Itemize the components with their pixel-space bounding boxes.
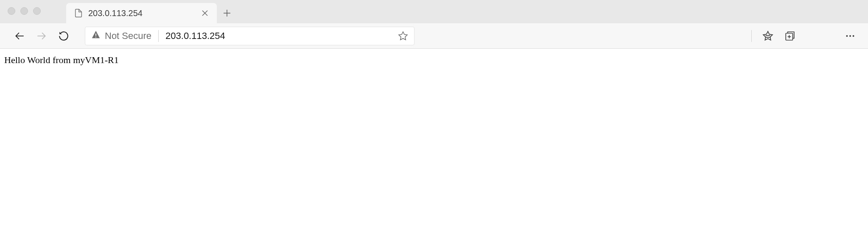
svg-point-15 [846, 35, 848, 37]
close-tab-button[interactable] [199, 7, 211, 19]
window-maximize-button[interactable] [33, 7, 41, 15]
svg-marker-8 [399, 32, 407, 40]
refresh-button[interactable] [54, 27, 73, 45]
favorite-button[interactable] [396, 29, 410, 43]
security-indicator[interactable]: Not Secure [91, 30, 159, 42]
page-content: Hello World from myVM1-R1 [0, 49, 868, 72]
svg-rect-7 [95, 36, 96, 37]
window-close-button[interactable] [8, 7, 15, 15]
navigation-toolbar: Not Secure 203.0.113.254 [0, 23, 868, 49]
new-tab-button[interactable] [217, 3, 237, 23]
address-bar[interactable]: Not Secure 203.0.113.254 [85, 27, 414, 45]
page-icon [74, 8, 83, 18]
page-body-text: Hello World from myVM1-R1 [4, 55, 119, 65]
window-controls [8, 7, 41, 15]
forward-button[interactable] [32, 27, 51, 45]
browser-tab[interactable]: 203.0.113.254 [66, 3, 217, 23]
url-text: 203.0.113.254 [165, 30, 396, 41]
window-minimize-button[interactable] [20, 7, 28, 15]
svg-point-17 [853, 35, 854, 37]
tab-title: 203.0.113.254 [88, 8, 194, 18]
tab-strip: 203.0.113.254 [0, 0, 868, 23]
svg-rect-6 [95, 33, 96, 36]
favorites-button[interactable] [759, 27, 777, 45]
back-button[interactable] [10, 27, 29, 45]
more-menu-button[interactable] [841, 27, 860, 45]
toolbar-divider [751, 30, 752, 42]
svg-point-16 [849, 35, 851, 37]
collections-button[interactable] [781, 27, 799, 45]
warning-icon [91, 30, 101, 42]
security-label: Not Secure [105, 30, 151, 41]
